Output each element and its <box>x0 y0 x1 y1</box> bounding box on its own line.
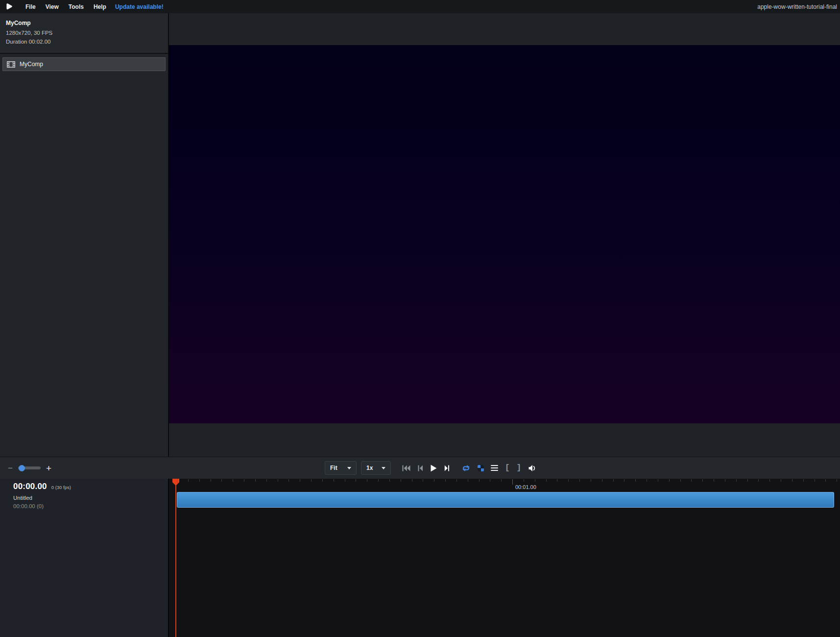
timeline-ruler[interactable]: 00:01.00 <box>168 479 840 637</box>
current-frame-display: 0 (30 fps) <box>51 485 71 490</box>
ruler-tick <box>647 479 647 482</box>
menu-bar: File View Tools Help Update available! a… <box>0 0 840 13</box>
ruler-tick <box>546 479 547 482</box>
ruler-tick <box>356 479 356 482</box>
ruler-tick <box>300 479 300 482</box>
playhead-marker[interactable] <box>172 479 179 486</box>
ruler-tick <box>334 479 334 482</box>
ruler-tick <box>568 479 569 482</box>
ruler-tick <box>345 479 345 482</box>
menu-tools[interactable]: Tools <box>64 3 89 10</box>
composition-name: MyComp <box>6 20 162 26</box>
menu-file[interactable]: File <box>21 3 41 10</box>
checkerboard-icon[interactable] <box>478 465 484 471</box>
ruler-tick <box>266 479 267 482</box>
chevron-down-icon <box>347 467 351 469</box>
speed-dropdown[interactable]: 1x <box>361 461 391 475</box>
film-icon <box>7 61 15 68</box>
ruler-tick <box>423 479 423 482</box>
ruler-tick <box>837 479 837 482</box>
ruler-tick <box>445 479 446 482</box>
ruler-tick <box>401 479 401 482</box>
next-frame-button[interactable] <box>444 465 450 471</box>
timeline-clip[interactable] <box>177 492 834 508</box>
ruler-tick <box>199 479 200 482</box>
speed-dropdown-value: 1x <box>366 465 373 471</box>
ruler-tick <box>758 479 759 482</box>
ruler-tick <box>378 479 379 482</box>
ruler-tick <box>781 479 781 482</box>
ruler-tick <box>792 479 792 482</box>
composition-duration: Duration 00:02.00 <box>6 39 162 45</box>
ruler-tick <box>412 479 412 482</box>
zoom-in-button[interactable]: + <box>46 464 51 473</box>
out-bracket-icon[interactable]: ] <box>517 464 522 472</box>
ruler-tick <box>479 479 480 482</box>
ruler-second-label: 00:01.00 <box>515 484 536 490</box>
ruler-tick <box>591 479 591 482</box>
ruler-tick <box>669 479 670 482</box>
composition-info: MyComp 1280x720, 30 FPS Duration 00:02.0… <box>0 13 168 54</box>
fit-dropdown[interactable]: Fit <box>325 461 357 475</box>
ruler-tick <box>702 479 703 482</box>
ruler-tick <box>244 479 244 482</box>
ruler-tick <box>367 479 367 482</box>
fit-dropdown-value: Fit <box>330 465 337 471</box>
ruler-tick <box>769 479 770 482</box>
ruler-tick <box>512 479 513 485</box>
ruler-tick <box>725 479 725 482</box>
ruler-tick <box>825 479 826 482</box>
chevron-down-icon <box>382 467 385 469</box>
playback-controls: Fit 1x <box>325 461 536 475</box>
ruler-tick <box>177 479 177 485</box>
ruler-tick <box>557 479 557 482</box>
ruler-tick <box>680 479 681 482</box>
asset-row-mycomp[interactable]: MyComp <box>2 57 166 71</box>
ruler-tick <box>322 479 323 482</box>
in-bracket-icon[interactable]: [ <box>505 464 510 472</box>
zoom-slider[interactable] <box>18 466 41 469</box>
ruler-tick <box>624 479 624 482</box>
viewer-options: [ ] <box>461 464 536 472</box>
ruler-tick <box>233 479 233 482</box>
ruler-tick <box>434 479 434 482</box>
ruler-tick <box>389 479 390 482</box>
ruler-tick <box>501 479 502 482</box>
zoom-slider-knob[interactable] <box>19 465 25 471</box>
app-logo-icon[interactable] <box>5 3 13 10</box>
ruler-tick <box>188 479 189 482</box>
ruler-tick <box>221 479 222 482</box>
asset-label: MyComp <box>20 61 43 68</box>
app-window: File View Tools Help Update available! a… <box>0 0 840 637</box>
update-available-link[interactable]: Update available! <box>111 3 168 10</box>
menu-help[interactable]: Help <box>89 3 111 10</box>
ruler-tick <box>635 479 636 482</box>
menu-lines-icon[interactable] <box>491 465 498 471</box>
playhead-line[interactable] <box>175 481 176 637</box>
timeline-comp-name: Untitled <box>13 495 168 501</box>
volume-icon[interactable] <box>528 465 536 472</box>
frame-navigation <box>402 465 450 472</box>
ruler-tick <box>736 479 737 482</box>
ruler-tick <box>278 479 278 482</box>
zoom-out-button[interactable]: − <box>8 464 13 472</box>
ruler-tick <box>288 479 289 482</box>
ruler-tick <box>714 479 714 482</box>
timeline-info: 00:00.00 0 (30 fps) Untitled 00:00.00 (0… <box>0 479 168 637</box>
ruler-tick <box>815 479 815 482</box>
menu-view[interactable]: View <box>41 3 64 10</box>
ruler-tick <box>311 479 312 482</box>
ruler-tick <box>490 479 490 482</box>
play-button[interactable] <box>431 465 437 472</box>
assets-list: MyComp <box>0 54 168 457</box>
timeline-comp-time: 00:00.00 (0) <box>13 503 168 509</box>
current-time-display[interactable]: 00:00.00 <box>13 482 47 491</box>
composition-resolution: 1280x720, 30 FPS <box>6 30 162 36</box>
viewport-canvas[interactable] <box>169 45 840 423</box>
ruler-tick <box>747 479 748 482</box>
document-title: apple-wow-written-tutorial-final <box>757 3 840 10</box>
previous-frame-button[interactable] <box>418 465 423 471</box>
skip-to-start-button[interactable] <box>402 465 410 471</box>
ruler-tick <box>524 479 524 482</box>
loop-icon[interactable] <box>461 465 471 472</box>
